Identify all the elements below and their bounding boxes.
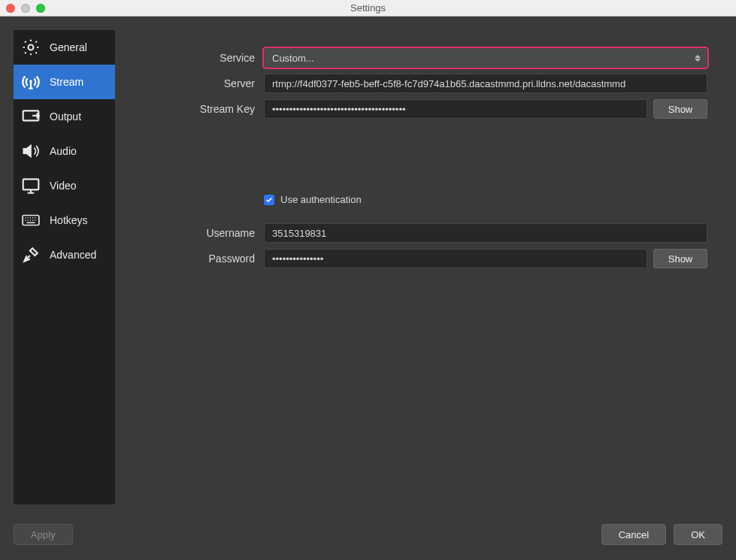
speaker-icon: [20, 140, 42, 162]
sidebar-item-label: Audio: [50, 145, 77, 157]
cancel-button[interactable]: Cancel: [601, 524, 666, 545]
check-icon: [265, 196, 273, 204]
keyboard-icon: [20, 209, 42, 232]
username-label: Username: [142, 227, 264, 239]
sidebar-item-advanced[interactable]: Advanced: [14, 238, 115, 272]
service-select[interactable]: Custom...: [264, 48, 707, 68]
sidebar-item-stream[interactable]: Stream: [14, 65, 115, 99]
tools-icon: [20, 244, 42, 266]
username-input[interactable]: [264, 223, 707, 243]
row-username: Username: [142, 223, 707, 243]
row-server: Server: [142, 74, 707, 93]
service-label: Service: [142, 52, 264, 64]
sidebar-item-video[interactable]: Video: [14, 168, 115, 203]
server-input[interactable]: [264, 74, 707, 93]
broadcast-icon: [20, 71, 42, 93]
streamkey-label: Stream Key: [142, 103, 264, 115]
ok-button[interactable]: OK: [674, 524, 722, 545]
sidebar-item-label: Output: [50, 110, 81, 123]
main-panel: Service Custom... Server Stream: [142, 30, 722, 504]
gear-icon: [20, 36, 42, 59]
sidebar-item-hotkeys[interactable]: Hotkeys: [14, 203, 115, 238]
monitor-icon: [20, 174, 42, 197]
content-area: General Stream: [0, 17, 736, 518]
apply-button[interactable]: Apply: [14, 524, 73, 545]
sidebar-item-label: Stream: [50, 76, 83, 88]
show-streamkey-button[interactable]: Show: [653, 99, 707, 119]
show-password-button[interactable]: Show: [653, 249, 707, 268]
svg-rect-3: [23, 179, 39, 189]
row-service: Service Custom...: [142, 48, 707, 68]
sidebar-item-general[interactable]: General: [14, 30, 115, 65]
row-password: Password Show: [142, 249, 707, 268]
row-auth-checkbox: Use authentication: [264, 194, 707, 205]
sidebar-item-audio[interactable]: Audio: [14, 134, 115, 168]
streamkey-input[interactable]: [264, 99, 647, 119]
svg-point-0: [29, 45, 34, 50]
sidebar-item-label: General: [50, 41, 87, 53]
settings-window: Settings General: [0, 0, 736, 560]
auth-checkbox-label: Use authentication: [280, 194, 362, 205]
sidebar-item-output[interactable]: Output: [14, 99, 115, 134]
output-icon: [20, 105, 42, 128]
window-title: Settings: [0, 2, 736, 14]
auth-checkbox[interactable]: [264, 195, 274, 205]
titlebar: Settings: [0, 0, 736, 17]
row-streamkey: Stream Key Show: [142, 99, 707, 119]
sidebar-item-label: Advanced: [50, 249, 96, 261]
password-label: Password: [142, 253, 264, 265]
footer: Apply Cancel OK: [0, 518, 736, 560]
sidebar-item-label: Video: [50, 180, 77, 192]
server-label: Server: [142, 77, 264, 89]
sidebar-item-label: Hotkeys: [50, 214, 88, 226]
service-value: Custom...: [272, 53, 314, 64]
chevron-updown-icon: [693, 52, 702, 64]
sidebar: General Stream: [14, 30, 115, 504]
password-input[interactable]: [264, 249, 647, 268]
